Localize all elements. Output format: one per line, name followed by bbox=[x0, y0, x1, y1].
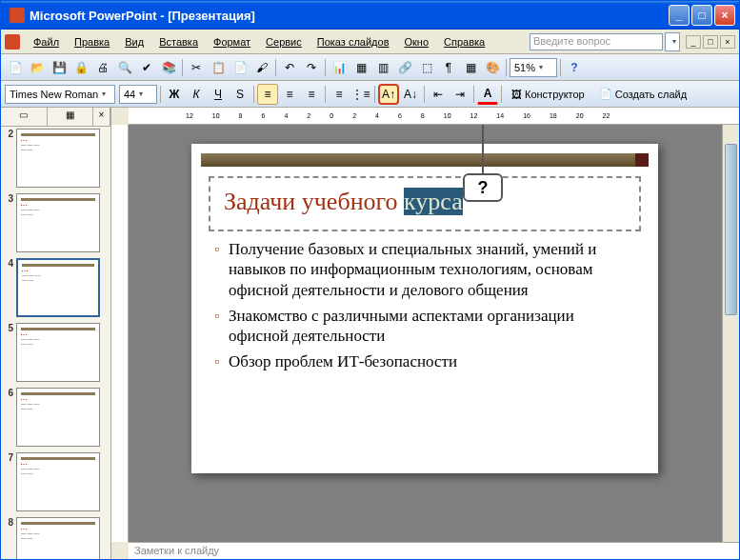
close-panel-button[interactable]: × bbox=[93, 108, 110, 126]
thumb-preview[interactable]: ▪ ▪ ▪── ── ──── ── bbox=[16, 258, 100, 317]
thumbnail-7[interactable]: 7▪ ▪ ▪── ── ──── ── bbox=[3, 452, 109, 511]
new-button[interactable]: 📄 bbox=[5, 57, 26, 78]
thumbnail-2[interactable]: 2▪ ▪ ▪── ── ──── ── bbox=[3, 129, 109, 188]
redo-button[interactable]: ↷ bbox=[301, 57, 322, 78]
tables-borders-button[interactable]: ▥ bbox=[372, 57, 393, 78]
save-button[interactable]: 💾 bbox=[49, 57, 70, 78]
bullet-item[interactable]: Знакомство с различными аспектами органи… bbox=[214, 306, 635, 347]
new-slide-button[interactable]: 📄Создать слайд bbox=[592, 84, 693, 105]
menu-format[interactable]: Формат bbox=[206, 33, 258, 50]
ask-dropdown[interactable]: ▾ bbox=[665, 32, 680, 51]
thumbnail-4[interactable]: 4▪ ▪ ▪── ── ──── ── bbox=[3, 258, 109, 317]
thumb-number: 7 bbox=[3, 452, 16, 511]
outline-tab[interactable]: ▭ bbox=[1, 108, 48, 126]
insert-chart-button[interactable]: 📊 bbox=[329, 57, 350, 78]
align-right-button[interactable]: ≡ bbox=[301, 84, 322, 105]
notes-pane[interactable]: Заметки к слайду bbox=[129, 542, 739, 560]
menu-slideshow[interactable]: Показ слайдов bbox=[310, 33, 397, 50]
mdi-restore-button[interactable]: □ bbox=[703, 35, 718, 49]
vertical-scrollbar[interactable] bbox=[722, 125, 739, 542]
copy-button[interactable]: 📋 bbox=[208, 57, 229, 78]
font-size-combo[interactable]: 44▾ bbox=[119, 85, 157, 104]
shadow-button[interactable]: S bbox=[230, 84, 250, 105]
bullet-item[interactable]: Обзор проблем ИТ-безопасности bbox=[214, 351, 635, 371]
menu-tools[interactable]: Сервис bbox=[258, 33, 310, 50]
research-button[interactable]: 📚 bbox=[158, 57, 179, 78]
color-button[interactable]: 🎨 bbox=[482, 57, 503, 78]
slide-canvas[interactable]: Задачи учебного курса ? Получение базовы… bbox=[129, 125, 722, 542]
thumbnail-8[interactable]: 8▪ ▪ ▪── ── ──── ── bbox=[3, 517, 109, 560]
callout-box: ? bbox=[463, 173, 503, 202]
preview-button[interactable]: 🔍 bbox=[114, 57, 135, 78]
decrease-font-button[interactable]: A↓ bbox=[400, 84, 421, 105]
italic-button[interactable]: К bbox=[186, 84, 207, 105]
align-left-button[interactable]: ≡ bbox=[257, 84, 278, 105]
thumb-preview[interactable]: ▪ ▪ ▪── ── ──── ── bbox=[16, 452, 100, 511]
cut-button[interactable]: ✂ bbox=[186, 57, 207, 78]
design-button[interactable]: 🖼Конструктор bbox=[505, 84, 591, 105]
callout: ? bbox=[463, 125, 503, 202]
show-formatting-button[interactable]: ¶ bbox=[438, 57, 459, 78]
format-painter-button[interactable]: 🖌 bbox=[251, 57, 272, 78]
menu-help[interactable]: Справка bbox=[436, 33, 492, 50]
mdi-minimize-button[interactable]: _ bbox=[686, 35, 701, 49]
permission-button[interactable]: 🔒 bbox=[70, 57, 91, 78]
slide[interactable]: Задачи учебного курса ? Получение базовы… bbox=[191, 144, 658, 473]
thumbnail-3[interactable]: 3▪ ▪ ▪── ── ──── ── bbox=[3, 193, 109, 252]
standard-toolbar: 📄 📂 💾 🔒 🖨 🔍 ✔ 📚 ✂ 📋 📄 🖌 ↶ ↷ 📊 ▦ ▥ 🔗 ⬚ ¶ … bbox=[1, 54, 739, 81]
ask-a-question-input[interactable]: Введите вопрос bbox=[530, 33, 663, 50]
menu-insert[interactable]: Вставка bbox=[151, 33, 206, 50]
print-button[interactable]: 🖨 bbox=[92, 57, 113, 78]
thumb-preview[interactable]: ▪ ▪ ▪── ── ──── ── bbox=[16, 517, 100, 560]
scroll-thumb[interactable] bbox=[725, 144, 737, 315]
bullets-button[interactable]: ⋮≡ bbox=[350, 84, 371, 105]
grid-button[interactable]: ▦ bbox=[460, 57, 481, 78]
decrease-indent-button[interactable]: ⇤ bbox=[428, 84, 449, 105]
title-selection: курса bbox=[404, 188, 463, 215]
slide-title[interactable]: Задачи учебного курса bbox=[224, 188, 626, 216]
font-color-button[interactable]: A bbox=[477, 84, 498, 105]
document-icon[interactable] bbox=[5, 34, 20, 50]
increase-indent-button[interactable]: ⇥ bbox=[450, 84, 470, 105]
thumb-preview[interactable]: ▪ ▪ ▪── ── ──── ── bbox=[16, 129, 100, 188]
underline-button[interactable]: Ч bbox=[208, 84, 229, 105]
thumb-number: 8 bbox=[3, 517, 16, 560]
undo-button[interactable]: ↶ bbox=[279, 57, 300, 78]
slides-tab[interactable]: ▦ bbox=[48, 108, 94, 126]
help-button[interactable]: ? bbox=[564, 57, 585, 78]
menu-window[interactable]: Окно bbox=[397, 33, 437, 50]
zoom-combo[interactable]: 51%▾ bbox=[510, 58, 557, 77]
horizontal-ruler[interactable]: 121086420246810121416182022 bbox=[129, 108, 739, 125]
thumb-preview[interactable]: ▪ ▪ ▪── ── ──── ── bbox=[16, 323, 100, 382]
increase-font-button[interactable]: A↑ bbox=[378, 84, 399, 105]
slide-editor-area: 121086420246810121416182022 Задачи учебн… bbox=[111, 108, 739, 560]
menu-edit[interactable]: Правка bbox=[67, 33, 117, 50]
thumbnail-list: 2▪ ▪ ▪── ── ──── ──3▪ ▪ ▪── ── ──── ──4▪… bbox=[1, 127, 110, 560]
thumbnail-6[interactable]: 6▪ ▪ ▪── ── ──── ── bbox=[3, 388, 109, 447]
insert-table-button[interactable]: ▦ bbox=[350, 57, 371, 78]
bullet-item[interactable]: Получение базовых и специальных знаний, … bbox=[214, 239, 635, 300]
bold-button[interactable]: Ж bbox=[164, 84, 185, 105]
thumb-preview[interactable]: ▪ ▪ ▪── ── ──── ── bbox=[16, 388, 100, 447]
menu-file[interactable]: Файл bbox=[26, 33, 67, 50]
open-button[interactable]: 📂 bbox=[27, 57, 48, 78]
mdi-close-button[interactable]: × bbox=[720, 35, 735, 49]
spellcheck-button[interactable]: ✔ bbox=[136, 57, 157, 78]
expand-all-button[interactable]: ⬚ bbox=[416, 57, 437, 78]
font-name-combo[interactable]: Times New Roman▾ bbox=[5, 85, 115, 104]
minimize-button[interactable]: _ bbox=[669, 5, 690, 26]
align-center-button[interactable]: ≡ bbox=[279, 84, 300, 105]
thumb-number: 2 bbox=[3, 129, 16, 188]
insert-hyperlink-button[interactable]: 🔗 bbox=[394, 57, 415, 78]
title-placeholder[interactable]: Задачи учебного курса ? bbox=[209, 176, 641, 231]
thumb-preview[interactable]: ▪ ▪ ▪── ── ──── ── bbox=[16, 193, 100, 252]
close-button[interactable]: × bbox=[714, 5, 735, 26]
numbering-button[interactable]: ≡ bbox=[329, 84, 350, 105]
thumbnail-5[interactable]: 5▪ ▪ ▪── ── ──── ── bbox=[3, 323, 109, 382]
maximize-button[interactable]: □ bbox=[691, 5, 712, 26]
paste-button[interactable]: 📄 bbox=[230, 57, 250, 78]
menu-view[interactable]: Вид bbox=[117, 33, 151, 50]
vertical-ruler[interactable] bbox=[111, 125, 129, 542]
window-title: Microsoft PowerPoint - [Презентация] bbox=[30, 9, 255, 23]
body-placeholder[interactable]: Получение базовых и специальных знаний, … bbox=[191, 231, 658, 386]
